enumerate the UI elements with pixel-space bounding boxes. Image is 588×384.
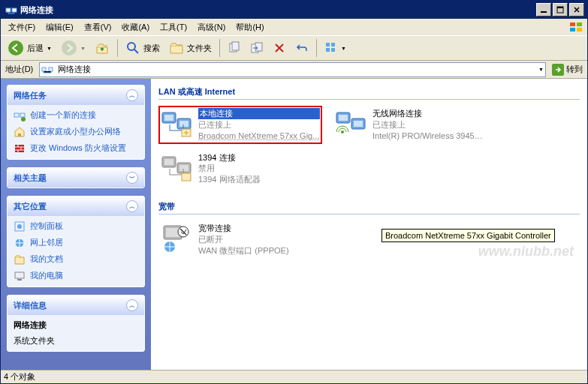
connection-name: 宽带连接 [198, 223, 314, 234]
menu-favorites[interactable]: 收藏(A) [117, 20, 154, 34]
go-arrow-icon [552, 64, 564, 76]
svg-rect-19 [331, 48, 335, 52]
connection-device: 1394 网络适配器 [198, 174, 314, 185]
home-network-icon [14, 126, 26, 138]
svg-rect-13 [232, 42, 239, 50]
maximize-button[interactable] [553, 3, 568, 16]
computer-icon [14, 270, 26, 282]
sidebar: 网络任务 ︿ 创建一个新的连接 设置家庭或小型办公网络 [1, 79, 151, 370]
svg-rect-23 [20, 113, 25, 117]
address-label: 地址(D) [2, 64, 36, 75]
panel-header-related[interactable]: 相关主题 ﹀ [8, 168, 144, 188]
move-button[interactable] [246, 38, 267, 58]
svg-point-10 [62, 40, 77, 56]
network-places-icon [14, 237, 26, 249]
panel-header-network-tasks[interactable]: 网络任务 ︿ [8, 86, 144, 105]
group-header-broadband: 宽带 [158, 198, 580, 214]
connection-name: 1394 连接 [198, 152, 314, 164]
svg-point-24 [21, 117, 26, 122]
svg-rect-5 [570, 22, 575, 26]
back-label: 后退 [27, 43, 44, 54]
connection-status: 禁用 [198, 163, 314, 174]
delete-button[interactable] [269, 38, 290, 58]
window-title: 网络连接 [20, 4, 536, 16]
svg-point-9 [8, 40, 23, 56]
forward-button[interactable]: ▼ [57, 38, 89, 58]
svg-rect-46 [179, 165, 188, 171]
network-icon [41, 64, 53, 76]
panel-header-details[interactable]: 详细信息 ︿ [8, 296, 144, 315]
group-divider [158, 99, 580, 100]
documents-icon [14, 254, 26, 266]
sidebar-item-my-documents[interactable]: 我的文档 [14, 254, 138, 266]
sidebar-item-network-neighborhood[interactable]: 网上邻居 [14, 237, 138, 249]
connection-1394[interactable]: 1394 连接 禁用 1394 网络适配器 [158, 150, 316, 188]
search-button[interactable]: 搜索 [122, 38, 164, 58]
menu-help[interactable]: 帮助(H) [231, 20, 268, 34]
connection-local[interactable]: 本地连接 已连接上 Broadcom NetXtreme 57xx Gig... [158, 106, 322, 144]
chevron-down-icon: ▼ [47, 46, 52, 51]
svg-rect-36 [179, 121, 188, 127]
windows-flag-icon [568, 20, 584, 34]
up-button[interactable] [91, 38, 113, 58]
connection-broadband[interactable]: 宽带连接 已断开 WAN 微型端口 (PPPOE) [158, 220, 316, 259]
menu-edit[interactable]: 编辑(E) [41, 20, 78, 34]
panel-related: 相关主题 ﹀ [7, 167, 145, 188]
undo-button[interactable] [291, 38, 312, 58]
svg-point-11 [128, 43, 135, 50]
minimize-button[interactable] [536, 3, 551, 16]
svg-rect-44 [164, 159, 173, 165]
connection-status: 已连接上 [198, 119, 320, 130]
go-button[interactable]: 转到 [549, 62, 586, 77]
control-panel-icon [14, 220, 26, 232]
sidebar-item-firewall[interactable]: 更改 Windows 防火墙设置 [14, 142, 138, 154]
svg-point-28 [17, 224, 22, 229]
views-button[interactable]: ▼ [321, 38, 350, 58]
details-sub: 系统文件夹 [14, 335, 138, 346]
group-header-lan: LAN 或高速 Internet [158, 83, 580, 99]
sidebar-item-new-connection[interactable]: 创建一个新的连接 [14, 110, 138, 122]
svg-rect-25 [18, 134, 21, 136]
chevron-down-icon: ﹀ [126, 172, 138, 184]
svg-rect-8 [577, 28, 582, 32]
panel-details: 详细信息 ︿ 网络连接 系统文件夹 [7, 295, 145, 352]
svg-point-42 [341, 130, 344, 134]
copy-button[interactable] [224, 38, 245, 58]
menu-tools[interactable]: 工具(T) [155, 20, 191, 34]
svg-rect-22 [14, 113, 19, 117]
firewall-icon [14, 142, 26, 154]
group-divider [158, 214, 580, 214]
address-input[interactable] [56, 64, 535, 75]
svg-rect-4 [557, 7, 563, 8]
svg-rect-21 [49, 68, 53, 71]
details-main: 网络连接 [14, 320, 138, 331]
chevron-down-icon: ▼ [80, 46, 86, 51]
tooltip: Broadcom NetXtreme 57xx Gigabit Controll… [381, 229, 555, 242]
new-connection-icon [14, 110, 26, 122]
menu-file[interactable]: 文件(F) [4, 20, 40, 34]
panel-other-places: 其它位置 ︿ 控制面板 网上邻居 我的文档 [7, 196, 145, 287]
close-button[interactable] [569, 3, 584, 16]
menu-view[interactable]: 查看(V) [80, 20, 116, 34]
go-label: 转到 [566, 64, 583, 75]
svg-rect-41 [354, 121, 363, 127]
connection-wireless[interactable]: 无线网络连接 已连接上 Intel(R) PRO/Wireless 3945AB… [333, 106, 490, 144]
panel-header-other-places[interactable]: 其它位置 ︿ [8, 196, 144, 216]
address-input-container[interactable]: ▼ [39, 62, 546, 77]
broadband-disconnected-icon [161, 223, 194, 253]
back-button[interactable]: 后退 ▼ [4, 38, 56, 58]
svg-rect-34 [164, 115, 173, 121]
address-bar: 地址(D) ▼ 转到 [1, 61, 587, 79]
sidebar-item-my-computer[interactable]: 我的电脑 [14, 270, 138, 282]
chevron-up-icon: ︿ [126, 200, 138, 212]
svg-rect-6 [577, 22, 582, 26]
sidebar-item-control-panel[interactable]: 控制面板 [14, 220, 138, 232]
svg-rect-20 [42, 68, 46, 71]
connection-device: WAN 微型端口 (PPPOE) [198, 245, 314, 256]
svg-rect-26 [15, 145, 24, 152]
menu-advanced[interactable]: 高级(N) [193, 20, 230, 34]
folders-button[interactable]: 文件夹 [165, 38, 216, 58]
connection-device: Intel(R) PRO/Wireless 3945AB... [372, 130, 488, 142]
chevron-down-icon[interactable]: ▼ [538, 67, 544, 72]
sidebar-item-home-network[interactable]: 设置家庭或小型办公网络 [14, 126, 138, 138]
